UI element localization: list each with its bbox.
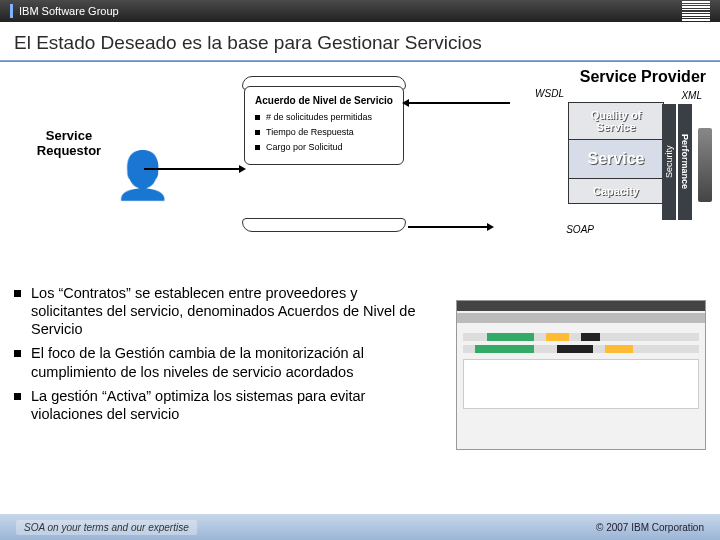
screenshot-thumbnail — [456, 300, 706, 450]
requestor-label: Service Requestor — [14, 128, 124, 158]
wsdl-label: WSDL — [535, 88, 564, 99]
accent-bar — [10, 4, 13, 18]
server-icon — [698, 128, 712, 202]
bullet-text: El foco de la Gestión cambia de la monit… — [31, 344, 426, 380]
bullet-icon — [255, 115, 260, 120]
thumb-titlebar — [457, 301, 705, 311]
xml-label: XML — [681, 90, 702, 101]
thumb-track — [463, 345, 699, 353]
thumb-seg-green — [475, 345, 534, 353]
sla-item: Tiempo de Respuesta — [266, 127, 354, 138]
title-rule — [0, 60, 720, 62]
qos-box: Quality of Service — [568, 102, 664, 140]
bullet-icon — [14, 350, 21, 357]
thumb-seg-dark — [581, 333, 600, 341]
service-diagram: Service Provider WSDL XML SOAP Service R… — [14, 68, 706, 278]
sla-item: # de solicitudes permitidas — [266, 112, 372, 123]
footer-copyright: © 2007 IBM Corporation — [596, 522, 704, 533]
thumb-panel — [463, 359, 699, 409]
bullet-text: La gestión “Activa” optimiza los sistema… — [31, 387, 426, 423]
bullet-icon — [14, 393, 21, 400]
bullet-icon — [255, 145, 260, 150]
bullet-text: Los “Contratos” se establecen entre prov… — [31, 284, 426, 338]
arrow-requestor-to-scroll — [144, 168, 240, 170]
thumb-toolbar — [457, 313, 705, 323]
provider-label: Service Provider — [580, 68, 706, 86]
sla-heading: Acuerdo de Nivel de Servicio — [255, 95, 393, 106]
performance-rail: Performance — [678, 104, 692, 220]
thumb-seg-dark — [557, 345, 592, 353]
ibm-logo-icon — [682, 1, 710, 20]
arrow-provider-to-scroll — [408, 102, 510, 104]
page-title: El Estado Deseado es la base para Gestio… — [0, 22, 720, 60]
bullet-icon — [14, 290, 21, 297]
bullet-icon — [255, 130, 260, 135]
soap-label: SOAP — [566, 224, 594, 235]
person-icon: 👤 — [114, 148, 171, 202]
content-bullets: Los “Contratos” se establecen entre prov… — [0, 278, 440, 435]
capacity-box: Capacity — [568, 178, 664, 204]
sla-scroll: Acuerdo de Nivel de Servicio # de solici… — [244, 86, 404, 165]
sla-item: Cargo por Solicitud — [266, 142, 343, 153]
header-group-label: IBM Software Group — [19, 5, 119, 17]
thumb-track — [463, 333, 699, 341]
footer-tagline: SOA on your terms and our expertise — [16, 520, 197, 535]
thumb-seg-yellow — [605, 345, 633, 353]
service-stack: Quality of Service Service Capacity — [568, 102, 664, 204]
arrow-scroll-to-soap — [408, 226, 488, 228]
thumb-seg-green — [487, 333, 534, 341]
page-footer: SOA on your terms and our expertise © 20… — [0, 514, 720, 540]
thumb-seg-yellow — [546, 333, 570, 341]
scroll-bottom-curl — [242, 218, 406, 232]
app-header: IBM Software Group — [0, 0, 720, 22]
security-rail: Security — [662, 104, 676, 220]
service-box: Service — [568, 140, 664, 178]
